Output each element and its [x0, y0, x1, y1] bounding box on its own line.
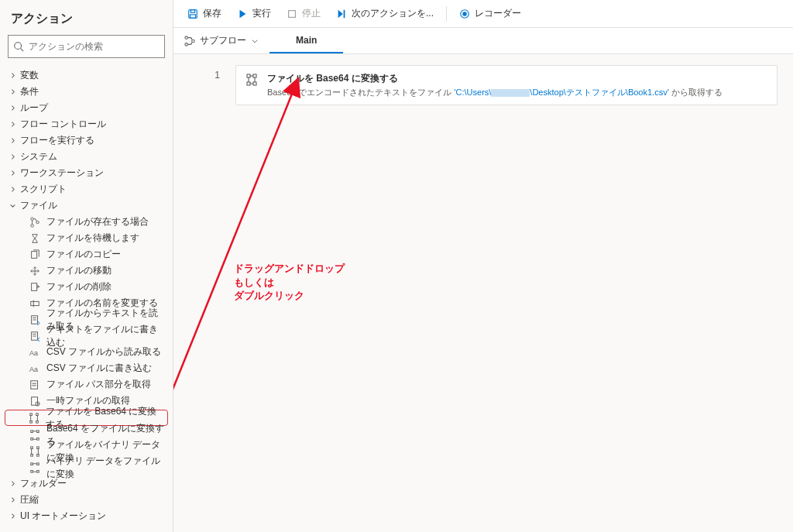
- svg-rect-20: [32, 396, 38, 405]
- tree-group[interactable]: システム: [0, 149, 173, 165]
- tree-action-label: ファイルの移動: [46, 264, 112, 277]
- chevron-right-icon: [8, 137, 17, 144]
- svg-rect-37: [37, 454, 39, 456]
- actions-sidebar: アクション 変数条件ループフロー コントロールフローを実行するシステムワークステ…: [0, 0, 173, 532]
- copy-icon: [29, 249, 40, 260]
- svg-rect-35: [37, 446, 39, 448]
- redacted-user: [491, 89, 530, 97]
- chevron-right-icon: [8, 480, 17, 487]
- step-card[interactable]: ファイルを Base64 に変換する Base64 でエンコードされたテキストを…: [235, 65, 778, 105]
- svg-point-56: [185, 43, 188, 46]
- svg-rect-29: [37, 430, 39, 432]
- tree-group-label: フォルダー: [20, 477, 67, 490]
- svg-rect-61: [253, 82, 256, 85]
- search-icon: [13, 41, 24, 52]
- subflow-icon: [184, 36, 195, 46]
- path-icon: [29, 379, 40, 390]
- tab-bar: サブフロー Main: [173, 28, 793, 54]
- tree-group-label: フロー コントロール: [20, 118, 106, 131]
- annotation-text: ドラッグアンドドロップ もしくは ダブルクリック: [234, 262, 345, 303]
- step-description: Base64 でエンコードされたテキストをファイル 'C:\Users\\Des…: [267, 87, 767, 98]
- tree-group[interactable]: ワークステーション: [0, 165, 173, 181]
- tree-action-item[interactable]: テキストをファイルに書き込む: [0, 328, 173, 344]
- svg-rect-48: [191, 14, 196, 17]
- tree-group[interactable]: ループ: [0, 100, 173, 116]
- flow-step-1[interactable]: 1 ファイルを Base64 に変換する Base64 でエンコードされたテキス…: [173, 54, 793, 105]
- stop-icon: [287, 9, 297, 19]
- svg-text:Aa: Aa: [29, 366, 38, 373]
- step-number: 1: [189, 65, 235, 81]
- tree-action-label: ファイルが存在する場合: [46, 215, 149, 228]
- tree-action-item[interactable]: ファイル パス部分を取得: [0, 376, 173, 393]
- tree-group[interactable]: スクリプト: [0, 181, 173, 197]
- tree-action-item[interactable]: ファイルの移動: [0, 263, 173, 279]
- svg-rect-17: [31, 380, 38, 389]
- rename-icon: [29, 298, 40, 309]
- save-button[interactable]: 保存: [181, 4, 228, 23]
- tree-action-item[interactable]: ファイルの削除: [0, 279, 173, 295]
- tree-group-label: システム: [20, 150, 57, 163]
- tree-group[interactable]: フロー コントロール: [0, 116, 173, 132]
- svg-point-4: [36, 221, 39, 224]
- svg-rect-23: [36, 413, 39, 415]
- svg-rect-25: [36, 420, 39, 423]
- chevron-right-icon: [8, 186, 17, 193]
- delete-icon: [29, 282, 40, 293]
- chevron-right-icon: [8, 105, 17, 112]
- search-input[interactable]: [29, 41, 160, 52]
- sidebar-title: アクション: [11, 11, 162, 27]
- svg-point-57: [192, 39, 195, 43]
- svg-point-3: [31, 224, 34, 227]
- tree-group[interactable]: 変数: [0, 67, 173, 84]
- svg-rect-28: [31, 430, 33, 432]
- tree-action-item[interactable]: バイナリ データをファイルに変換: [0, 459, 173, 475]
- recorder-button[interactable]: レコーダー: [453, 4, 527, 23]
- svg-rect-42: [31, 470, 33, 472]
- tree-group-label: UI オートメーション: [20, 510, 106, 523]
- tree-action-item[interactable]: ファイルを待機します: [0, 230, 173, 246]
- svg-rect-52: [344, 9, 345, 18]
- step-title: ファイルを Base64 に変換する: [267, 72, 767, 85]
- chevron-right-icon: [8, 513, 17, 520]
- svg-rect-7: [31, 301, 39, 305]
- chevron-right-icon: [8, 153, 17, 160]
- run-button[interactable]: 実行: [231, 4, 277, 23]
- svg-line-67: [173, 81, 297, 426]
- svg-point-2: [31, 217, 34, 220]
- tree-group-label: 圧縮: [20, 493, 39, 506]
- flow-canvas[interactable]: 1 ファイルを Base64 に変換する Base64 でエンコードされたテキス…: [173, 54, 793, 532]
- tree-action-label: ファイルのコピー: [46, 248, 121, 261]
- svg-rect-47: [191, 9, 194, 12]
- chevron-down-icon: [251, 37, 259, 45]
- chevron-right-icon: [8, 72, 17, 79]
- tab-main[interactable]: Main: [269, 28, 343, 53]
- tree-action-item[interactable]: ファイルのコピー: [0, 246, 173, 263]
- tree-group[interactable]: 条件: [0, 84, 173, 100]
- tree-action-label: ファイル パス部分を取得: [46, 378, 151, 391]
- tree-action-item[interactable]: AaCSV ファイルに書き込む: [0, 360, 173, 376]
- tree-action-label: ファイルの削除: [46, 280, 112, 293]
- search-box[interactable]: [8, 35, 165, 58]
- tree-action-label: CSV ファイルに書き込む: [46, 362, 152, 375]
- chevron-right-icon: [8, 88, 17, 95]
- tree-action-item[interactable]: ファイルが存在する場合: [0, 214, 173, 230]
- subflow-dropdown[interactable]: サブフロー: [173, 28, 269, 53]
- tree-group[interactable]: フローを実行する: [0, 132, 173, 149]
- tree-group-label: ループ: [20, 101, 48, 115]
- svg-point-0: [15, 43, 22, 50]
- tree-action-item[interactable]: AaCSV ファイルから読み取る: [0, 344, 173, 360]
- svg-rect-6: [32, 283, 37, 290]
- tree-group[interactable]: UI オートメーション: [0, 508, 173, 524]
- play-icon: [237, 9, 248, 19]
- next-action-button[interactable]: 次のアクションを...: [330, 4, 440, 23]
- svg-rect-31: [37, 438, 39, 440]
- svg-rect-50: [289, 10, 296, 17]
- tree-action-label: ファイルを待機します: [46, 232, 139, 245]
- tree-group[interactable]: 圧縮: [0, 492, 173, 508]
- move-icon: [29, 266, 40, 276]
- svg-rect-34: [31, 446, 33, 448]
- writetext-icon: [29, 331, 40, 342]
- tree-group[interactable]: ファイル: [0, 197, 173, 214]
- tree-group-label: 変数: [20, 69, 39, 82]
- bindec-icon: [29, 462, 40, 473]
